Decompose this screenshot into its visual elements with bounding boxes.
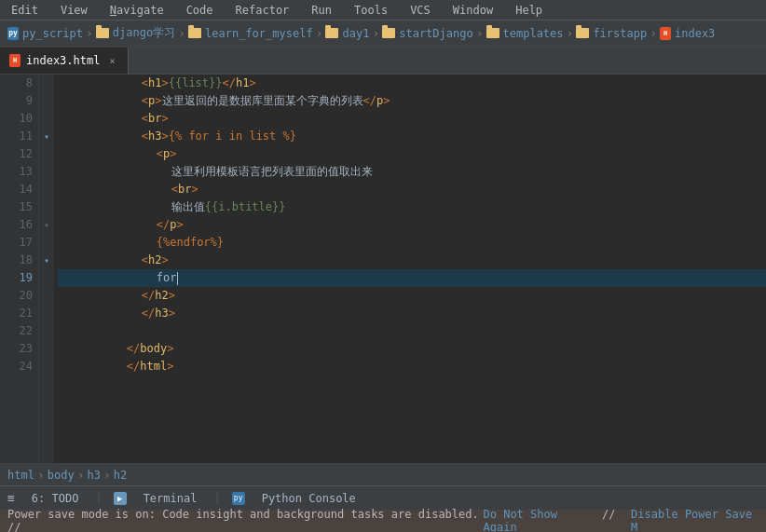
power-save-message: Power save mode is on: Code insight and …	[7, 508, 480, 532]
status-sep2: |	[213, 492, 220, 505]
menu-item-window[interactable]: Window	[449, 2, 497, 19]
line-numbers: 8 9 10 11 12 13 14 15 16 17 18 19 20 21 …	[0, 75, 39, 463]
tab-label: index3.html	[26, 54, 100, 67]
tab-html-icon: H	[9, 54, 21, 67]
python-console-icon: py	[232, 492, 245, 505]
bc-sep7: ›	[650, 26, 657, 40]
bc-item-firstapp[interactable]: firstapp	[593, 27, 647, 40]
bc-folder-icon-1	[96, 28, 109, 38]
tab-close-button[interactable]: ×	[105, 54, 118, 67]
bottom-bc-sep2: ›	[77, 468, 85, 482]
bc-item-django[interactable]: django学习	[113, 25, 175, 41]
fold-marker-21	[39, 305, 54, 322]
fold-marker-10	[39, 110, 54, 128]
fold-gutter: ▾ ▾ ▾	[39, 75, 54, 463]
bc-html-icon: H	[660, 27, 671, 40]
bc-folder-icon-6	[576, 28, 589, 38]
menu-item-run[interactable]: Run	[308, 2, 335, 19]
disable-power-save-link[interactable]: Disable Power Save M	[631, 508, 759, 532]
bc-sep6: ›	[567, 26, 574, 40]
bc-sep2: ›	[178, 26, 185, 40]
code-content[interactable]: <h1>{{list}}</h1> <p>这里返回的是数据库里面某个字典的列表<…	[54, 75, 766, 463]
bc-sep3: ›	[316, 26, 323, 40]
bc-folder-icon-5	[486, 28, 499, 38]
fold-marker-17	[39, 234, 54, 252]
fold-marker-16[interactable]: ▾	[39, 216, 54, 234]
bc-sep1: ›	[86, 26, 93, 40]
fold-marker-14	[39, 181, 54, 198]
text-cursor	[177, 272, 178, 285]
fold-marker-22	[39, 322, 54, 340]
bottom-bc-item-h3[interactable]: h3	[87, 469, 100, 482]
bc-item-templates[interactable]: templates	[503, 27, 564, 40]
bottom-bc-item-html[interactable]: html	[7, 469, 34, 482]
fold-marker-24	[39, 358, 54, 375]
menu-item-code[interactable]: Code	[183, 2, 217, 19]
bc-sep4: ›	[372, 26, 379, 40]
terminal-icon: ▶	[114, 492, 127, 505]
bc-folder-icon-2	[188, 28, 201, 38]
status-terminal[interactable]: Terminal	[138, 490, 203, 507]
menu-item-view[interactable]: View	[57, 2, 91, 19]
menu-item-vcs[interactable]: VCS	[406, 2, 434, 19]
bottom-breadcrumb: html › body › h3 › h2	[0, 463, 766, 485]
bc-item-day1[interactable]: day1	[342, 27, 369, 40]
menu-item-refactor[interactable]: Refactor	[232, 2, 294, 19]
status-bar: ≡ 6: TODO | ▶ Terminal | py Python Conso…	[0, 485, 766, 510]
menu-item-tools[interactable]: Tools	[350, 2, 391, 19]
fold-marker-9	[39, 92, 54, 110]
bc-item-index3[interactable]: index3	[675, 27, 715, 40]
tab-index3[interactable]: H index3.html ×	[0, 48, 129, 74]
menu-bar: Edit View Navigate Code Refactor Run Too…	[0, 0, 766, 20]
fold-marker-19	[39, 269, 54, 287]
menu-item-navigate[interactable]: Navigate	[106, 2, 168, 19]
bc-folder-icon-3	[325, 28, 338, 38]
menu-item-help[interactable]: Help	[512, 2, 546, 19]
fold-marker-12	[39, 145, 54, 163]
status-python-console[interactable]: Python Console	[256, 490, 362, 507]
fold-marker-13	[39, 163, 54, 181]
tab-bar: H index3.html ×	[0, 47, 766, 75]
code-line-24: </html>	[58, 358, 766, 375]
status-sep1: |	[95, 492, 102, 505]
fold-marker-11[interactable]: ▾	[39, 128, 54, 145]
bottom-bc-item-body[interactable]: body	[48, 469, 75, 482]
bc-item-py-script[interactable]: py_script	[22, 27, 83, 40]
bc-py-icon: py	[7, 27, 19, 40]
power-save-banner: Power save mode is on: Code insight and …	[0, 510, 766, 532]
do-not-show-link[interactable]: Do Not Show Again	[484, 508, 592, 532]
fold-marker-8	[39, 75, 54, 92]
status-todo[interactable]: 6: TODO	[26, 490, 85, 507]
fold-marker-20	[39, 287, 54, 305]
code-line-21: </h3>	[58, 305, 766, 322]
fold-marker-15	[39, 198, 54, 216]
bc-item-learn[interactable]: learn_for_myself	[205, 27, 313, 40]
bottom-bc-sep1: ›	[37, 468, 45, 482]
bottom-bc-sep3: ›	[103, 468, 111, 482]
bc-folder-icon-4	[382, 28, 395, 38]
top-breadcrumb: py py_script › django学习 › learn_for_myse…	[0, 20, 766, 47]
menu-item-edit[interactable]: Edit	[7, 2, 42, 19]
status-list-icon: ≡	[7, 491, 15, 505]
bc-sep5: ›	[476, 26, 484, 40]
bc-item-startdjango[interactable]: startDjango	[399, 27, 472, 40]
fold-marker-18[interactable]: ▾	[39, 252, 54, 269]
editor-area: 8 9 10 11 12 13 14 15 16 17 18 19 20 21 …	[0, 75, 766, 463]
bottom-bc-item-h2[interactable]: h2	[114, 469, 127, 482]
fold-marker-23	[39, 340, 54, 358]
